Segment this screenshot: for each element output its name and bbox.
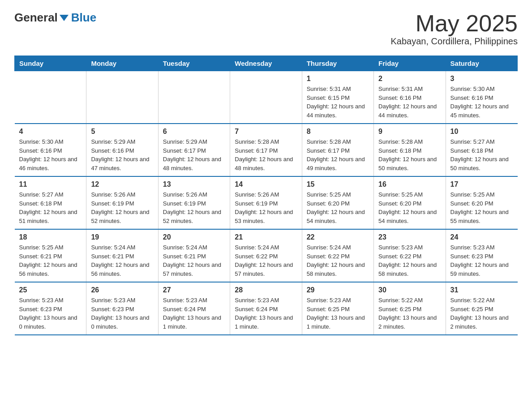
- day-info: Sunrise: 5:28 AM Sunset: 6:17 PM Dayligh…: [307, 137, 369, 172]
- day-info: Sunrise: 5:24 AM Sunset: 6:21 PM Dayligh…: [163, 243, 225, 278]
- day-number: 21: [235, 233, 297, 241]
- day-header-monday: Monday: [86, 56, 158, 71]
- day-number: 4: [19, 128, 82, 136]
- day-cell: 14Sunrise: 5:26 AM Sunset: 6:19 PM Dayli…: [230, 176, 302, 229]
- day-number: 8: [307, 128, 369, 136]
- day-cell: 25Sunrise: 5:23 AM Sunset: 6:23 PM Dayli…: [15, 282, 86, 335]
- calendar-header-row: SundayMondayTuesdayWednesdayThursdayFrid…: [15, 56, 518, 71]
- day-cell: 10Sunrise: 5:27 AM Sunset: 6:18 PM Dayli…: [446, 124, 517, 176]
- day-cell: 3Sunrise: 5:30 AM Sunset: 6:16 PM Daylig…: [446, 71, 517, 124]
- day-cell: 2Sunrise: 5:31 AM Sunset: 6:16 PM Daylig…: [374, 71, 446, 124]
- day-cell: [158, 71, 230, 124]
- day-header-tuesday: Tuesday: [158, 56, 230, 71]
- day-info: Sunrise: 5:23 AM Sunset: 6:22 PM Dayligh…: [378, 243, 441, 278]
- day-number: 13: [163, 180, 225, 188]
- day-info: Sunrise: 5:25 AM Sunset: 6:21 PM Dayligh…: [19, 243, 82, 278]
- day-info: Sunrise: 5:27 AM Sunset: 6:18 PM Dayligh…: [19, 190, 82, 225]
- day-info: Sunrise: 5:26 AM Sunset: 6:19 PM Dayligh…: [163, 190, 225, 225]
- day-info: Sunrise: 5:24 AM Sunset: 6:21 PM Dayligh…: [91, 243, 153, 278]
- day-number: 14: [235, 180, 297, 188]
- day-info: Sunrise: 5:23 AM Sunset: 6:24 PM Dayligh…: [163, 296, 225, 331]
- day-header-saturday: Saturday: [446, 56, 517, 71]
- day-number: 18: [19, 233, 82, 241]
- day-cell: 28Sunrise: 5:23 AM Sunset: 6:24 PM Dayli…: [230, 282, 302, 335]
- day-number: 19: [91, 233, 153, 241]
- day-number: 5: [91, 128, 153, 136]
- day-cell: 26Sunrise: 5:23 AM Sunset: 6:23 PM Dayli…: [86, 282, 158, 335]
- day-cell: 21Sunrise: 5:24 AM Sunset: 6:22 PM Dayli…: [230, 229, 302, 282]
- day-number: 11: [19, 180, 82, 188]
- day-cell: 27Sunrise: 5:23 AM Sunset: 6:24 PM Dayli…: [158, 282, 230, 335]
- day-number: 16: [378, 180, 441, 188]
- day-cell: [15, 71, 86, 124]
- day-info: Sunrise: 5:31 AM Sunset: 6:15 PM Dayligh…: [307, 85, 369, 120]
- day-number: 9: [378, 128, 441, 136]
- day-cell: 15Sunrise: 5:25 AM Sunset: 6:20 PM Dayli…: [302, 176, 373, 229]
- day-number: 2: [378, 75, 441, 83]
- location: Kabayan, Cordillera, Philippines: [391, 36, 518, 47]
- day-info: Sunrise: 5:31 AM Sunset: 6:16 PM Dayligh…: [378, 85, 441, 120]
- day-number: 7: [235, 128, 297, 136]
- calendar-table: SundayMondayTuesdayWednesdayThursdayFrid…: [14, 56, 518, 335]
- logo-blue: Blue: [71, 11, 96, 25]
- day-info: Sunrise: 5:23 AM Sunset: 6:23 PM Dayligh…: [19, 296, 82, 331]
- day-info: Sunrise: 5:23 AM Sunset: 6:23 PM Dayligh…: [91, 296, 153, 331]
- day-number: 6: [163, 128, 225, 136]
- day-info: Sunrise: 5:30 AM Sunset: 6:16 PM Dayligh…: [19, 137, 82, 172]
- day-info: Sunrise: 5:27 AM Sunset: 6:18 PM Dayligh…: [450, 137, 513, 172]
- day-header-friday: Friday: [374, 56, 446, 71]
- day-number: 3: [450, 75, 513, 83]
- day-cell: [230, 71, 302, 124]
- day-info: Sunrise: 5:24 AM Sunset: 6:22 PM Dayligh…: [307, 243, 369, 278]
- day-cell: 5Sunrise: 5:29 AM Sunset: 6:16 PM Daylig…: [86, 124, 158, 176]
- day-header-sunday: Sunday: [15, 56, 86, 71]
- logo-general: General: [14, 11, 58, 25]
- day-info: Sunrise: 5:30 AM Sunset: 6:16 PM Dayligh…: [450, 85, 513, 120]
- day-info: Sunrise: 5:23 AM Sunset: 6:25 PM Dayligh…: [307, 296, 369, 331]
- day-cell: 30Sunrise: 5:22 AM Sunset: 6:25 PM Dayli…: [374, 282, 446, 335]
- day-info: Sunrise: 5:25 AM Sunset: 6:20 PM Dayligh…: [307, 190, 369, 225]
- day-cell: 1Sunrise: 5:31 AM Sunset: 6:15 PM Daylig…: [302, 71, 373, 124]
- day-cell: 11Sunrise: 5:27 AM Sunset: 6:18 PM Dayli…: [15, 176, 86, 229]
- day-info: Sunrise: 5:28 AM Sunset: 6:17 PM Dayligh…: [235, 137, 297, 172]
- day-info: Sunrise: 5:23 AM Sunset: 6:23 PM Dayligh…: [450, 243, 513, 278]
- day-cell: [86, 71, 158, 124]
- week-row-3: 11Sunrise: 5:27 AM Sunset: 6:18 PM Dayli…: [15, 176, 518, 229]
- day-cell: 23Sunrise: 5:23 AM Sunset: 6:22 PM Dayli…: [374, 229, 446, 282]
- day-number: 20: [163, 233, 225, 241]
- day-cell: 13Sunrise: 5:26 AM Sunset: 6:19 PM Dayli…: [158, 176, 230, 229]
- day-cell: 22Sunrise: 5:24 AM Sunset: 6:22 PM Dayli…: [302, 229, 373, 282]
- day-info: Sunrise: 5:26 AM Sunset: 6:19 PM Dayligh…: [235, 190, 297, 225]
- day-number: 17: [450, 180, 513, 188]
- day-cell: 31Sunrise: 5:22 AM Sunset: 6:25 PM Dayli…: [446, 282, 517, 335]
- day-cell: 7Sunrise: 5:28 AM Sunset: 6:17 PM Daylig…: [230, 124, 302, 176]
- day-info: Sunrise: 5:25 AM Sunset: 6:20 PM Dayligh…: [450, 190, 513, 225]
- day-header-wednesday: Wednesday: [230, 56, 302, 71]
- day-info: Sunrise: 5:24 AM Sunset: 6:22 PM Dayligh…: [235, 243, 297, 278]
- day-cell: 17Sunrise: 5:25 AM Sunset: 6:20 PM Dayli…: [446, 176, 517, 229]
- day-number: 29: [307, 286, 369, 294]
- week-row-4: 18Sunrise: 5:25 AM Sunset: 6:21 PM Dayli…: [15, 229, 518, 282]
- day-info: Sunrise: 5:22 AM Sunset: 6:25 PM Dayligh…: [378, 296, 441, 331]
- page-header: General Blue May 2025 Kabayan, Cordiller…: [14, 11, 518, 47]
- day-info: Sunrise: 5:25 AM Sunset: 6:20 PM Dayligh…: [378, 190, 441, 225]
- day-number: 15: [307, 180, 369, 188]
- month-title: May 2025: [391, 11, 518, 36]
- day-cell: 20Sunrise: 5:24 AM Sunset: 6:21 PM Dayli…: [158, 229, 230, 282]
- day-cell: 12Sunrise: 5:26 AM Sunset: 6:19 PM Dayli…: [86, 176, 158, 229]
- day-info: Sunrise: 5:23 AM Sunset: 6:24 PM Dayligh…: [235, 296, 297, 331]
- day-info: Sunrise: 5:29 AM Sunset: 6:17 PM Dayligh…: [163, 137, 225, 172]
- day-cell: 24Sunrise: 5:23 AM Sunset: 6:23 PM Dayli…: [446, 229, 517, 282]
- day-cell: 8Sunrise: 5:28 AM Sunset: 6:17 PM Daylig…: [302, 124, 373, 176]
- week-row-1: 1Sunrise: 5:31 AM Sunset: 6:15 PM Daylig…: [15, 71, 518, 124]
- day-number: 28: [235, 286, 297, 294]
- day-number: 27: [163, 286, 225, 294]
- day-cell: 16Sunrise: 5:25 AM Sunset: 6:20 PM Dayli…: [374, 176, 446, 229]
- day-cell: 18Sunrise: 5:25 AM Sunset: 6:21 PM Dayli…: [15, 229, 86, 282]
- day-number: 23: [378, 233, 441, 241]
- week-row-2: 4Sunrise: 5:30 AM Sunset: 6:16 PM Daylig…: [15, 124, 518, 176]
- day-info: Sunrise: 5:26 AM Sunset: 6:19 PM Dayligh…: [91, 190, 153, 225]
- day-cell: 6Sunrise: 5:29 AM Sunset: 6:17 PM Daylig…: [158, 124, 230, 176]
- day-number: 1: [307, 75, 369, 83]
- day-number: 10: [450, 128, 513, 136]
